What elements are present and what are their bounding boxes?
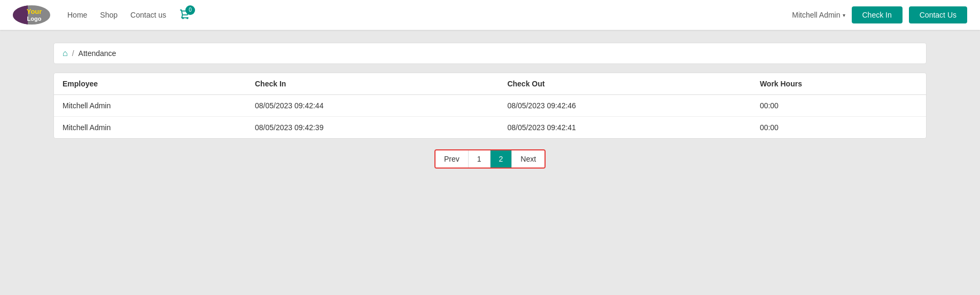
main-content: ⌂ / Attendance Employee Check In Check O… <box>0 30 980 181</box>
attendance-table-container: Employee Check In Check Out Work Hours M… <box>53 73 927 139</box>
cell-work-hours: 00:00 <box>751 117 926 139</box>
navbar: YourLogo Home Shop Contact us 0 Mitchell… <box>0 0 980 30</box>
cell-check-in: 08/05/2023 09:42:39 <box>246 117 499 139</box>
table-header-row: Employee Check In Check Out Work Hours <box>54 73 926 95</box>
col-employee: Employee <box>54 73 246 95</box>
navbar-right: Mitchell Admin ▾ Check In Contact Us <box>792 6 967 23</box>
attendance-table: Employee Check In Check Out Work Hours M… <box>54 73 926 138</box>
user-name: Mitchell Admin <box>792 11 840 19</box>
cell-employee: Mitchell Admin <box>54 95 246 117</box>
pagination-wrap: Prev 1 2 Next <box>53 149 927 169</box>
nav-links: Home Shop Contact us 0 <box>67 9 792 22</box>
contact-us-button[interactable]: Contact Us <box>909 6 967 23</box>
nav-shop[interactable]: Shop <box>100 11 118 19</box>
table-row: Mitchell Admin 08/05/2023 09:42:44 08/05… <box>54 95 926 117</box>
table-body: Mitchell Admin 08/05/2023 09:42:44 08/05… <box>54 95 926 139</box>
nav-home[interactable]: Home <box>67 11 87 19</box>
checkin-button[interactable]: Check In <box>852 6 903 23</box>
table-row: Mitchell Admin 08/05/2023 09:42:39 08/05… <box>54 117 926 139</box>
cell-work-hours: 00:00 <box>751 95 926 117</box>
breadcrumb: ⌂ / Attendance <box>53 43 927 64</box>
col-work-hours: Work Hours <box>751 73 926 95</box>
user-dropdown[interactable]: Mitchell Admin ▾ <box>792 11 845 19</box>
nav-contact-us[interactable]: Contact us <box>130 11 166 19</box>
cell-check-out: 08/05/2023 09:42:41 <box>499 117 751 139</box>
page-1-button[interactable]: 1 <box>469 150 491 168</box>
breadcrumb-page: Attendance <box>79 49 116 58</box>
home-icon[interactable]: ⌂ <box>63 49 68 58</box>
col-check-out: Check Out <box>499 73 751 95</box>
cell-check-in: 08/05/2023 09:42:44 <box>246 95 499 117</box>
cart-button[interactable]: 0 <box>179 9 191 22</box>
cart-count: 0 <box>185 5 195 15</box>
prev-button[interactable]: Prev <box>435 150 469 168</box>
cell-check-out: 08/05/2023 09:42:46 <box>499 95 751 117</box>
page-2-button[interactable]: 2 <box>491 150 512 168</box>
next-button[interactable]: Next <box>512 150 545 168</box>
dropdown-arrow-icon: ▾ <box>843 12 845 18</box>
breadcrumb-separator: / <box>72 49 74 58</box>
col-check-in: Check In <box>246 73 499 95</box>
pagination: Prev 1 2 Next <box>434 149 546 169</box>
logo[interactable]: YourLogo <box>13 5 50 25</box>
cell-employee: Mitchell Admin <box>54 117 246 139</box>
